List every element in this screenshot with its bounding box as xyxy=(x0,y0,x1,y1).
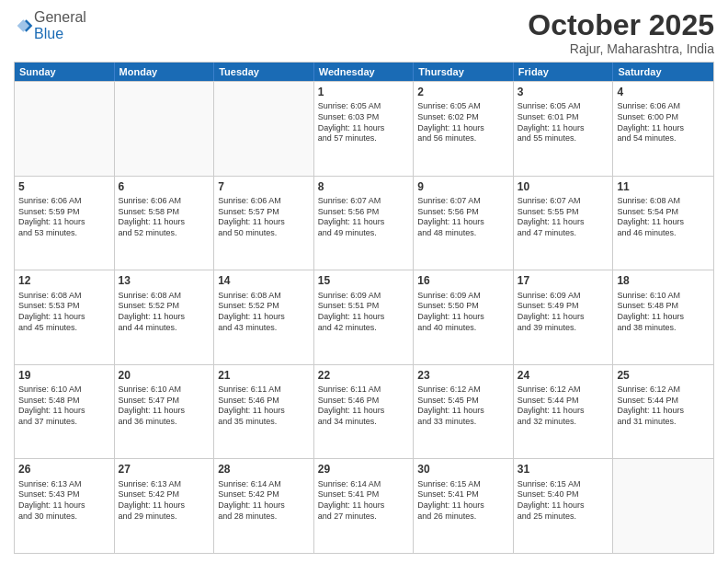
page: General Blue October 2025 Rajur, Maharas… xyxy=(0,0,728,563)
day-10: 10Sunrise: 6:07 AM Sunset: 5:55 PM Dayli… xyxy=(514,177,614,270)
day-info: Sunrise: 6:06 AM Sunset: 5:57 PM Dayligh… xyxy=(218,196,310,239)
header-day-monday: Monday xyxy=(115,63,215,81)
day-number: 12 xyxy=(18,273,110,288)
day-number: 26 xyxy=(18,462,110,477)
day-number: 18 xyxy=(617,273,710,288)
day-21: 21Sunrise: 6:11 AM Sunset: 5:46 PM Dayli… xyxy=(214,365,314,459)
day-30: 30Sunrise: 6:15 AM Sunset: 5:41 PM Dayli… xyxy=(414,459,514,553)
day-number: 9 xyxy=(417,179,509,194)
week-1: 1Sunrise: 6:05 AM Sunset: 6:03 PM Daylig… xyxy=(15,81,713,176)
empty-cell xyxy=(115,82,215,176)
empty-cell xyxy=(613,459,713,553)
empty-cell xyxy=(15,82,115,176)
title-block: October 2025 Rajur, Maharashtra, India xyxy=(528,9,714,56)
day-19: 19Sunrise: 6:10 AM Sunset: 5:48 PM Dayli… xyxy=(15,365,115,459)
month-title: October 2025 xyxy=(528,9,714,41)
day-info: Sunrise: 6:14 AM Sunset: 5:42 PM Dayligh… xyxy=(218,479,310,523)
calendar-body: 1Sunrise: 6:05 AM Sunset: 6:03 PM Daylig… xyxy=(15,81,713,553)
day-7: 7Sunrise: 6:06 AM Sunset: 5:57 PM Daylig… xyxy=(214,177,314,270)
day-number: 31 xyxy=(518,462,609,477)
logo-text: General Blue xyxy=(34,9,86,42)
day-number: 2 xyxy=(417,85,509,99)
day-number: 16 xyxy=(417,273,509,288)
day-16: 16Sunrise: 6:09 AM Sunset: 5:50 PM Dayli… xyxy=(414,270,514,364)
day-info: Sunrise: 6:09 AM Sunset: 5:51 PM Dayligh… xyxy=(318,291,410,334)
day-info: Sunrise: 6:13 AM Sunset: 5:42 PM Dayligh… xyxy=(119,479,210,523)
day-number: 5 xyxy=(18,179,110,194)
day-info: Sunrise: 6:07 AM Sunset: 5:55 PM Dayligh… xyxy=(518,196,609,239)
day-info: Sunrise: 6:13 AM Sunset: 5:43 PM Dayligh… xyxy=(18,479,110,523)
day-number: 30 xyxy=(417,462,509,477)
day-number: 15 xyxy=(318,273,410,288)
day-number: 1 xyxy=(318,85,410,99)
day-number: 25 xyxy=(617,368,710,383)
day-number: 4 xyxy=(617,85,710,99)
day-info: Sunrise: 6:10 AM Sunset: 5:48 PM Dayligh… xyxy=(617,291,710,334)
day-15: 15Sunrise: 6:09 AM Sunset: 5:51 PM Dayli… xyxy=(314,270,415,364)
day-info: Sunrise: 6:12 AM Sunset: 5:45 PM Dayligh… xyxy=(417,385,509,428)
day-number: 21 xyxy=(218,368,310,383)
empty-cell xyxy=(214,82,314,176)
day-info: Sunrise: 6:06 AM Sunset: 6:00 PM Dayligh… xyxy=(617,101,710,144)
day-23: 23Sunrise: 6:12 AM Sunset: 5:45 PM Dayli… xyxy=(414,365,514,459)
day-info: Sunrise: 6:07 AM Sunset: 5:56 PM Dayligh… xyxy=(417,196,509,239)
day-14: 14Sunrise: 6:08 AM Sunset: 5:52 PM Dayli… xyxy=(214,270,314,364)
day-number: 27 xyxy=(119,462,210,477)
day-8: 8Sunrise: 6:07 AM Sunset: 5:56 PM Daylig… xyxy=(314,177,415,270)
day-info: Sunrise: 6:11 AM Sunset: 5:46 PM Dayligh… xyxy=(218,385,310,428)
day-9: 9Sunrise: 6:07 AM Sunset: 5:56 PM Daylig… xyxy=(414,177,514,270)
week-3: 12Sunrise: 6:08 AM Sunset: 5:53 PM Dayli… xyxy=(15,270,713,364)
day-number: 17 xyxy=(518,273,609,288)
header-day-tuesday: Tuesday xyxy=(214,63,314,81)
week-5: 26Sunrise: 6:13 AM Sunset: 5:43 PM Dayli… xyxy=(15,458,713,553)
day-17: 17Sunrise: 6:09 AM Sunset: 5:49 PM Dayli… xyxy=(514,270,614,364)
day-11: 11Sunrise: 6:08 AM Sunset: 5:54 PM Dayli… xyxy=(613,177,713,270)
day-info: Sunrise: 6:10 AM Sunset: 5:48 PM Dayligh… xyxy=(18,385,110,428)
day-22: 22Sunrise: 6:11 AM Sunset: 5:46 PM Dayli… xyxy=(314,365,415,459)
day-info: Sunrise: 6:08 AM Sunset: 5:53 PM Dayligh… xyxy=(18,291,110,334)
week-4: 19Sunrise: 6:10 AM Sunset: 5:48 PM Dayli… xyxy=(15,364,713,459)
day-31: 31Sunrise: 6:15 AM Sunset: 5:40 PM Dayli… xyxy=(514,459,614,553)
day-13: 13Sunrise: 6:08 AM Sunset: 5:52 PM Dayli… xyxy=(115,270,215,364)
day-20: 20Sunrise: 6:10 AM Sunset: 5:47 PM Dayli… xyxy=(115,365,215,459)
day-info: Sunrise: 6:14 AM Sunset: 5:41 PM Dayligh… xyxy=(318,479,410,523)
day-4: 4Sunrise: 6:06 AM Sunset: 6:00 PM Daylig… xyxy=(613,82,713,176)
day-info: Sunrise: 6:08 AM Sunset: 5:54 PM Dayligh… xyxy=(617,196,710,239)
location: Rajur, Maharashtra, India xyxy=(528,41,714,56)
day-number: 20 xyxy=(119,368,210,383)
day-info: Sunrise: 6:09 AM Sunset: 5:50 PM Dayligh… xyxy=(417,291,509,334)
calendar: SundayMondayTuesdayWednesdayThursdayFrid… xyxy=(14,62,714,554)
week-2: 5Sunrise: 6:06 AM Sunset: 5:59 PM Daylig… xyxy=(15,176,713,270)
day-number: 19 xyxy=(18,368,110,383)
day-24: 24Sunrise: 6:12 AM Sunset: 5:44 PM Dayli… xyxy=(514,365,614,459)
day-number: 11 xyxy=(617,179,710,194)
day-info: Sunrise: 6:12 AM Sunset: 5:44 PM Dayligh… xyxy=(617,385,710,428)
day-5: 5Sunrise: 6:06 AM Sunset: 5:59 PM Daylig… xyxy=(15,177,115,270)
day-info: Sunrise: 6:08 AM Sunset: 5:52 PM Dayligh… xyxy=(119,291,210,334)
day-number: 8 xyxy=(318,179,410,194)
day-12: 12Sunrise: 6:08 AM Sunset: 5:53 PM Dayli… xyxy=(15,270,115,364)
day-number: 29 xyxy=(318,462,410,477)
day-number: 22 xyxy=(318,368,410,383)
day-info: Sunrise: 6:11 AM Sunset: 5:46 PM Dayligh… xyxy=(318,385,410,428)
day-info: Sunrise: 6:08 AM Sunset: 5:52 PM Dayligh… xyxy=(218,291,310,334)
day-3: 3Sunrise: 6:05 AM Sunset: 6:01 PM Daylig… xyxy=(514,82,614,176)
day-number: 3 xyxy=(518,85,609,99)
day-number: 24 xyxy=(518,368,609,383)
day-number: 13 xyxy=(119,273,210,288)
day-6: 6Sunrise: 6:06 AM Sunset: 5:58 PM Daylig… xyxy=(115,177,215,270)
day-info: Sunrise: 6:06 AM Sunset: 5:59 PM Dayligh… xyxy=(18,196,110,239)
header-day-saturday: Saturday xyxy=(613,63,713,81)
header-day-sunday: Sunday xyxy=(15,63,115,81)
header-day-wednesday: Wednesday xyxy=(314,63,415,81)
day-number: 6 xyxy=(119,179,210,194)
day-info: Sunrise: 6:05 AM Sunset: 6:01 PM Dayligh… xyxy=(518,101,609,144)
day-29: 29Sunrise: 6:14 AM Sunset: 5:41 PM Dayli… xyxy=(314,459,415,553)
day-27: 27Sunrise: 6:13 AM Sunset: 5:42 PM Dayli… xyxy=(115,459,215,553)
day-info: Sunrise: 6:07 AM Sunset: 5:56 PM Dayligh… xyxy=(318,196,410,239)
logo: General Blue xyxy=(14,9,86,42)
day-info: Sunrise: 6:05 AM Sunset: 6:03 PM Dayligh… xyxy=(318,101,410,144)
day-info: Sunrise: 6:10 AM Sunset: 5:47 PM Dayligh… xyxy=(119,385,210,428)
day-number: 14 xyxy=(218,273,310,288)
calendar-header: SundayMondayTuesdayWednesdayThursdayFrid… xyxy=(15,63,713,81)
